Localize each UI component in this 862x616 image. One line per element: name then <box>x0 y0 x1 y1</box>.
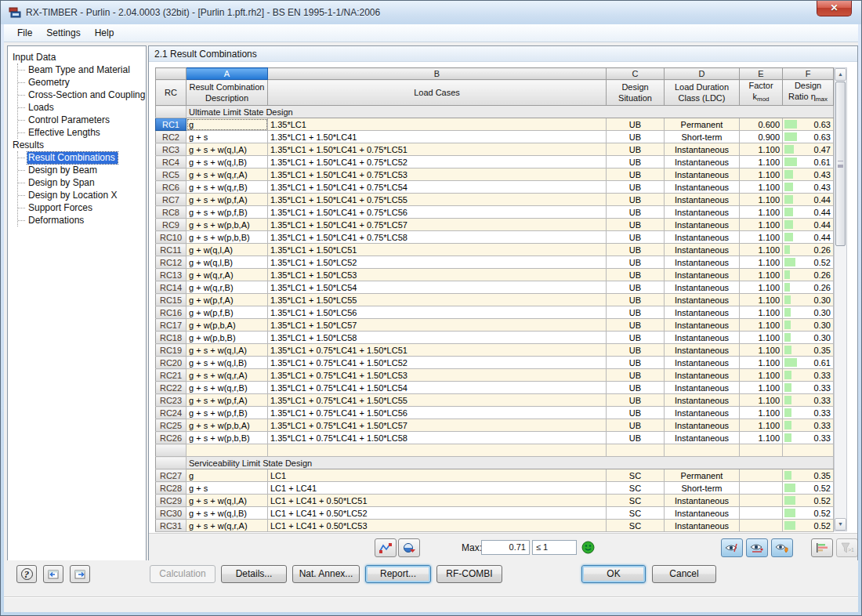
cell-kmod[interactable]: 1.100 <box>740 281 783 294</box>
cell-ldc[interactable]: Instantaneous <box>665 206 740 219</box>
cell-design-ratio[interactable]: 0.30 <box>783 319 834 332</box>
cell-kmod[interactable]: 1.100 <box>740 156 783 168</box>
cell-load-cases[interactable]: 1.35*LC1 + 0.75*LC41 + 1.50*LC58 <box>268 432 607 444</box>
tree-item-effective-lengths[interactable]: Effective Lengths <box>18 126 144 139</box>
row-header-rc31[interactable]: RC31 <box>156 520 187 532</box>
next-window-button[interactable] <box>70 565 90 583</box>
row-header-rc5[interactable]: RC5 <box>156 168 187 181</box>
cell-design-situation[interactable]: UB <box>607 118 665 131</box>
cell-design-ratio[interactable]: 0.30 <box>783 332 834 344</box>
details-button[interactable]: Details... <box>221 565 287 583</box>
cell-description[interactable]: g + s <box>187 131 268 143</box>
edit-combinations-button[interactable] <box>398 538 420 557</box>
cell-load-cases[interactable]: 1.35*LC1 + 1.50*LC41 + 0.75*LC55 <box>268 194 607 206</box>
cell-kmod[interactable]: 1.100 <box>740 306 783 319</box>
row-header-rc27[interactable]: RC27 <box>156 469 187 482</box>
cell-description[interactable]: g <box>187 118 268 131</box>
cell-description[interactable]: g + w(p,b,A) <box>187 319 268 332</box>
cell-design-situation[interactable]: UB <box>607 256 665 269</box>
cell-load-cases[interactable]: LC1 + LC41 + 0.50*LC53 <box>268 520 607 532</box>
cell-ldc[interactable]: Instantaneous <box>665 344 740 357</box>
cell-load-cases[interactable]: LC1 + LC41 <box>268 482 607 495</box>
cell-design-situation[interactable]: UB <box>607 206 665 219</box>
cell-ldc[interactable]: Permanent <box>665 469 740 482</box>
cell-ldc[interactable]: Instantaneous <box>665 219 740 231</box>
cell-load-cases[interactable]: 1.35*LC1 + 1.50*LC51 <box>268 244 607 256</box>
cell-load-cases[interactable]: 1.35*LC1 + 1.50*LC41 + 0.75*LC51 <box>268 143 607 156</box>
cell-design-ratio[interactable]: 0.33 <box>783 432 834 444</box>
cell-ldc[interactable]: Instantaneous <box>665 244 740 256</box>
cell-kmod[interactable]: 1.100 <box>740 332 783 344</box>
generate-combinations-button[interactable] <box>375 538 397 557</box>
cell-load-cases[interactable]: 1.35*LC1 + 1.50*LC41 <box>268 131 607 143</box>
cell-kmod[interactable] <box>740 482 783 495</box>
row-header-rc28[interactable]: RC28 <box>156 482 187 495</box>
cell-ldc[interactable]: Instantaneous <box>665 269 740 281</box>
cell-design-ratio[interactable]: 0.47 <box>783 143 834 156</box>
cell-design-ratio[interactable]: 0.43 <box>783 168 834 181</box>
menu-file[interactable]: File <box>10 25 39 41</box>
row-header-rc10[interactable]: RC10 <box>156 231 187 244</box>
cell-kmod[interactable]: 0.600 <box>740 118 783 131</box>
cell-kmod[interactable]: 1.100 <box>740 419 783 432</box>
cell-design-ratio[interactable]: 0.61 <box>783 156 834 168</box>
cell-load-cases[interactable]: LC1 + LC41 + 0.50*LC51 <box>268 495 607 507</box>
cell-ldc[interactable]: Instantaneous <box>665 306 740 319</box>
menu-settings[interactable]: Settings <box>39 25 87 41</box>
cell-description[interactable]: g + w(p,f,B) <box>187 306 268 319</box>
cell-design-ratio[interactable]: 0.30 <box>783 294 834 306</box>
cell-load-cases[interactable]: 1.35*LC1 + 1.50*LC41 + 0.75*LC53 <box>268 168 607 181</box>
cell-load-cases[interactable]: 1.35*LC1 + 1.50*LC41 + 0.75*LC56 <box>268 206 607 219</box>
cell-design-situation[interactable]: SC <box>607 507 665 520</box>
cell-ldc[interactable]: Instantaneous <box>665 231 740 244</box>
menu-help[interactable]: Help <box>88 25 121 41</box>
cell-kmod[interactable]: 1.100 <box>740 219 783 231</box>
tree-item-beam-type-and-material[interactable]: Beam Type and Material <box>18 63 144 76</box>
row-header-rc20[interactable]: RC20 <box>156 357 187 369</box>
cell-design-ratio[interactable]: 0.52 <box>783 520 834 532</box>
row-header-rc11[interactable]: RC11 <box>156 244 187 256</box>
cell-load-cases[interactable]: 1.35*LC1 + 1.50*LC56 <box>268 306 607 319</box>
scroll-down-button[interactable]: ▼ <box>835 518 846 531</box>
vertical-scrollbar[interactable]: ▲ ▼ <box>834 67 847 531</box>
cell-kmod[interactable]: 1.100 <box>740 231 783 244</box>
cell-design-situation[interactable]: UB <box>607 168 665 181</box>
cell-ldc[interactable]: Instantaneous <box>665 369 740 382</box>
cell-load-cases[interactable]: 1.35*LC1 + 0.75*LC41 + 1.50*LC56 <box>268 407 607 419</box>
cell-description[interactable]: g + s + w(p,b,B) <box>187 231 268 244</box>
cell-description[interactable]: g + s + w(q,l,B) <box>187 507 268 520</box>
cell-ldc[interactable]: Instantaneous <box>665 156 740 168</box>
cell-description[interactable]: g + w(q,r,A) <box>187 269 268 281</box>
cell-design-situation[interactable]: UB <box>607 231 665 244</box>
cell-design-ratio[interactable]: 0.35 <box>783 344 834 357</box>
cell-ldc[interactable]: Instantaneous <box>665 432 740 444</box>
cell-description[interactable]: g + w(q,l,A) <box>187 244 268 256</box>
tree-group-results[interactable]: Results <box>11 139 144 151</box>
cell-design-ratio[interactable]: 0.33 <box>783 407 834 419</box>
cell-kmod[interactable]: 1.100 <box>740 181 783 194</box>
cell-kmod[interactable]: 1.100 <box>740 394 783 407</box>
cell-design-situation[interactable]: UB <box>607 269 665 281</box>
cell-design-ratio[interactable]: 0.26 <box>783 281 834 294</box>
cell-ldc[interactable]: Instantaneous <box>665 281 740 294</box>
cell-kmod[interactable]: 1.100 <box>740 432 783 444</box>
nat-annex-button[interactable]: Nat. Annex... <box>292 565 360 583</box>
cell-load-cases[interactable]: 1.35*LC1 + 1.50*LC57 <box>268 319 607 332</box>
row-header-rc13[interactable]: RC13 <box>156 269 187 281</box>
cell-design-ratio[interactable]: 0.44 <box>783 231 834 244</box>
cell-ldc[interactable]: Instantaneous <box>665 394 740 407</box>
row-header-rc21[interactable]: RC21 <box>156 369 187 382</box>
cell-design-situation[interactable]: UB <box>607 294 665 306</box>
column-letter-f[interactable]: F <box>783 68 834 80</box>
cell-description[interactable]: g + w(p,f,A) <box>187 294 268 306</box>
cell-kmod[interactable]: 1.100 <box>740 206 783 219</box>
row-header-rc25[interactable]: RC25 <box>156 419 187 432</box>
cell-design-ratio[interactable]: 0.43 <box>783 181 834 194</box>
row-header-rc29[interactable]: RC29 <box>156 495 187 507</box>
cell-design-ratio[interactable]: 0.30 <box>783 306 834 319</box>
cell-load-cases[interactable]: 1.35*LC1 + 0.75*LC41 + 1.50*LC55 <box>268 394 607 407</box>
cell-design-situation[interactable]: UB <box>607 319 665 332</box>
cell-load-cases[interactable]: 1.35*LC1 + 1.50*LC55 <box>268 294 607 306</box>
cell-ldc[interactable]: Instantaneous <box>665 256 740 269</box>
cell-design-ratio[interactable]: 0.26 <box>783 244 834 256</box>
